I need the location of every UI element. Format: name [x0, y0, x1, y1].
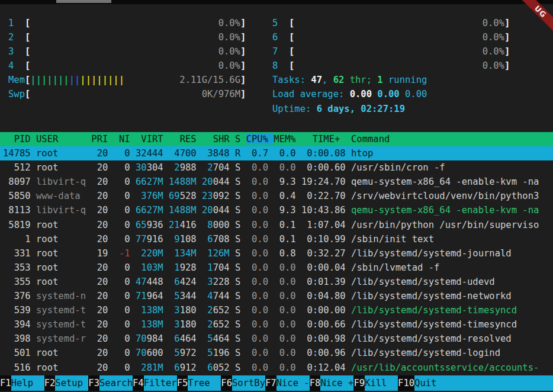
process-row-512[interactable]: 512 root 20 0 30304 2988 2704 S 0.0 0.0 …	[0, 160, 553, 175]
column-header-command[interactable]: Command	[351, 134, 390, 144]
debug-ribbon: UG	[514, 0, 553, 38]
cell-state: S	[235, 291, 246, 301]
cell-pri: 20	[91, 333, 113, 344]
cell-shr: 126M	[207, 248, 229, 259]
cpu-meter-id: 1	[8, 18, 25, 28]
column-header-pid[interactable]: PID	[3, 134, 36, 144]
cell-res: 3	[174, 305, 179, 316]
fnkey-f8[interactable]: F8Nice +	[310, 375, 354, 391]
cell-pri: 20	[91, 291, 113, 301]
cell-user: root	[36, 220, 91, 230]
process-row-516[interactable]: 516 root 20 0 281M 6912 6052 S 0.0 0.0 0…	[0, 361, 553, 375]
process-row-5850[interactable]: 5850 www-data 20 0 376M 69528 23092 S 0.…	[0, 189, 553, 203]
fnkey-label: Tree	[188, 375, 221, 391]
cell-user: root	[36, 362, 91, 373]
process-row-331[interactable]: 331 root 19 -1 220M 134M 126M S 0.0 0.8 …	[0, 246, 553, 261]
cell-state: S	[235, 362, 246, 373]
fnkey-key: F5	[177, 375, 188, 391]
process-row-353[interactable]: 353 root 20 0 103M 1928 1704 S 0.0 0.0 0…	[0, 261, 553, 275]
cell-pid: 501	[3, 348, 36, 358]
fnkey-f2[interactable]: F2Setup	[44, 375, 89, 391]
load-average-label: Load average:	[272, 89, 350, 99]
window-tab-fragment	[56, 0, 111, 3]
cell-cpu-percent: 0.0	[246, 248, 274, 259]
cell-command: /lib/systemd/systemd-networkd	[351, 291, 512, 301]
cell-cpu-percent: 0.0	[246, 262, 274, 273]
process-row-539[interactable]: 539 systemd-t 20 0 138M 3180 2652 S 0.0 …	[0, 303, 553, 317]
cell-res: 1488M	[169, 176, 197, 187]
fnkey-label: Setup	[55, 375, 88, 391]
process-row-394[interactable]: 394 systemd-t 20 0 138M 3180 2652 S 0.0 …	[0, 317, 553, 332]
cell-res: 134M	[174, 248, 196, 259]
fnkey-f10[interactable]: F10Quit	[398, 375, 436, 391]
cpu-meter-value: 0.0%	[218, 32, 240, 43]
column-header-mem[interactable]: MEM%	[274, 134, 301, 144]
cell-time: 19:24.70	[301, 176, 351, 187]
cpu-meter-value: 0.0%	[218, 46, 240, 57]
column-header-shr[interactable]: SHR	[202, 134, 235, 144]
cell-res: 3	[174, 319, 179, 330]
process-row-8113[interactable]: 8113 libvirt-q 20 0 6627M 1488M 20044 S …	[0, 203, 553, 217]
cpu-meter-value: 0.0%	[218, 60, 240, 71]
process-row-14785[interactable]: 14785 root 20 0 32444 4700 3848 R 0.7 0.…	[0, 146, 553, 160]
fnkey-f7[interactable]: F7Nice -	[265, 375, 310, 391]
cell-res: 2	[174, 162, 179, 173]
fnkey-f5[interactable]: F5Tree	[177, 375, 221, 391]
fnkey-f1[interactable]: F1Help	[0, 375, 44, 391]
cell-cpu-percent: 0.0	[246, 362, 274, 373]
column-header-cpu[interactable]: CPU%	[246, 134, 274, 144]
cell-user: systemd-n	[36, 291, 91, 301]
column-header-res[interactable]: RES	[169, 134, 202, 144]
cell-user: root	[36, 277, 91, 287]
process-row-398[interactable]: 398 systemd-r 20 0 70984 6464 5464 S 0.0…	[0, 332, 553, 346]
process-row-1[interactable]: 1 root 20 0 77916 9108 6708 S 0.0 0.1 0:…	[0, 232, 553, 246]
cell-user: systemd-t	[36, 319, 91, 330]
fnkey-f6[interactable]: F6SortBy	[221, 375, 265, 391]
cell-command: /srv/webvirtcloud/venv/bin/python3	[351, 191, 539, 201]
cell-pri: 20	[91, 305, 113, 316]
mem-bar-used: |||||||	[30, 75, 69, 85]
cell-shr: 8	[207, 220, 213, 230]
cell-command: qemu-system-x86_64 -enable-kvm -na	[351, 176, 539, 187]
process-row-8097[interactable]: 8097 libvirt-q 20 0 6627M 1488M 20044 S …	[0, 175, 553, 189]
column-header-s[interactable]: S	[235, 134, 246, 144]
cpu-meter-id: 5	[272, 18, 289, 28]
mem-meter-label: Mem	[8, 75, 25, 85]
process-row-501[interactable]: 501 root 20 0 70600 5972 5196 S 0.0 0.0 …	[0, 346, 553, 360]
fnkey-f3[interactable]: F3Search	[88, 375, 133, 391]
cell-shr: 5	[207, 333, 213, 344]
cell-pri: 20	[91, 262, 113, 273]
cell-pid: 539	[3, 305, 36, 316]
column-header-user[interactable]: USER	[36, 134, 91, 144]
tasks-separator: ,	[322, 75, 333, 85]
cell-time: 0:00.60	[301, 162, 351, 173]
process-row-376[interactable]: 376 systemd-n 20 0 71964 5344 4744 S 0.0…	[0, 289, 553, 303]
cell-pri: 20	[91, 205, 113, 216]
cpu-meter-value: 0.0%	[483, 60, 504, 71]
fnkey-f4[interactable]: F4Filter	[133, 375, 177, 391]
column-header-time[interactable]: TIME+	[301, 134, 351, 144]
process-row-5819[interactable]: 5819 root 20 0 65936 21416 8000 S 0.0 0.…	[0, 218, 553, 232]
cell-command: /sbin/init text	[351, 234, 434, 245]
fnkey-f9[interactable]: F9Kill	[353, 375, 398, 391]
column-header-pri[interactable]: PRI	[91, 134, 113, 144]
cell-time: 0:22.70	[301, 191, 351, 201]
cell-command: /usr/lib/accountsservice/accounts-	[351, 362, 539, 373]
cell-command: /lib/systemd/systemd-journald	[351, 248, 512, 259]
cell-user: root	[36, 234, 91, 245]
cell-mem-percent: 0.0	[274, 348, 301, 358]
cell-command: /lib/systemd/systemd-timesyncd	[351, 319, 517, 330]
window-top-strip	[0, 0, 553, 4]
column-header-virt[interactable]: VIRT	[136, 134, 169, 144]
cell-pid: 376	[3, 291, 36, 301]
cell-cpu-percent: 0.0	[246, 220, 274, 230]
column-header-ni[interactable]: NI	[114, 134, 136, 144]
fnkey-key: F6	[221, 375, 232, 391]
cell-time: 0:12.04	[301, 362, 351, 373]
cell-user: systemd-r	[36, 333, 91, 344]
cell-state: S	[235, 234, 246, 245]
process-row-355[interactable]: 355 root 20 0 47448 6424 3228 S 0.0 0.0 …	[0, 275, 553, 289]
cell-shr: 6	[207, 362, 213, 373]
load-average-1min: 0.00	[350, 89, 378, 99]
cell-virt: 30	[136, 162, 147, 173]
